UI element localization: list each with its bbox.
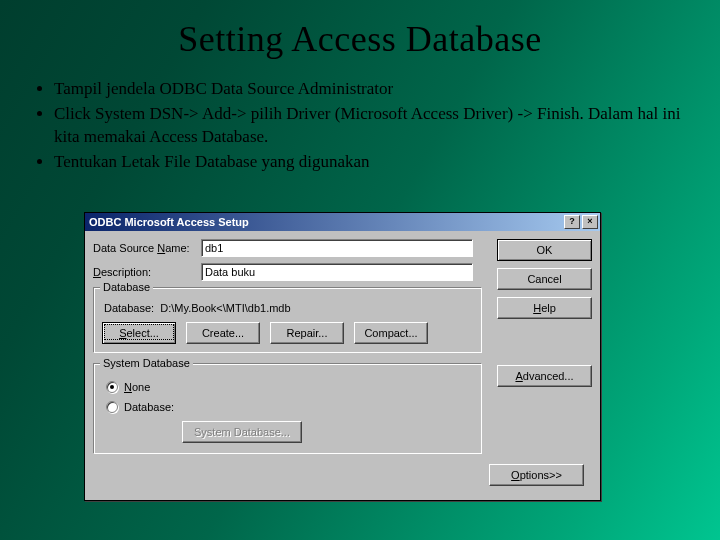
dsn-input[interactable] bbox=[201, 239, 473, 257]
bullet-list: Tampil jendela ODBC Data Source Administ… bbox=[54, 78, 690, 174]
radio-database-row[interactable]: Database: bbox=[106, 401, 473, 413]
slide-title: Setting Access Database bbox=[30, 18, 690, 60]
select-button[interactable]: Select... bbox=[102, 322, 176, 344]
bullet-item: Tentukan Letak File Database yang diguna… bbox=[54, 151, 690, 174]
system-database-button: System Database... bbox=[182, 421, 302, 443]
dialog-title: ODBC Microsoft Access Setup bbox=[89, 216, 562, 228]
cancel-button[interactable]: Cancel bbox=[497, 268, 592, 290]
database-groupbox: Database Database: D:\My.Book<\MTI\db1.m… bbox=[93, 287, 482, 353]
create-button[interactable]: Create... bbox=[186, 322, 260, 344]
odbc-access-setup-dialog: ODBC Microsoft Access Setup ? × Data Sou… bbox=[84, 212, 601, 501]
system-database-groupbox: System Database None Database: System Da… bbox=[93, 363, 482, 454]
ok-button[interactable]: OK bbox=[497, 239, 592, 261]
radio-database[interactable] bbox=[106, 401, 118, 413]
radio-none-label: None bbox=[124, 381, 150, 393]
close-icon[interactable]: × bbox=[582, 215, 598, 229]
advanced-button[interactable]: Advanced... bbox=[497, 365, 592, 387]
bullet-item: Tampil jendela ODBC Data Source Administ… bbox=[54, 78, 690, 101]
repair-button[interactable]: Repair... bbox=[270, 322, 344, 344]
radio-database-label: Database: bbox=[124, 401, 174, 413]
help-button[interactable]: Help bbox=[497, 297, 592, 319]
database-path: Database: D:\My.Book<\MTI\db1.mdb bbox=[104, 302, 473, 314]
compact-button[interactable]: Compact... bbox=[354, 322, 428, 344]
description-input[interactable] bbox=[201, 263, 473, 281]
sysdb-legend: System Database bbox=[100, 357, 193, 369]
dsn-label: Data Source Name: bbox=[93, 242, 201, 254]
options-button[interactable]: Options>> bbox=[489, 464, 584, 486]
bullet-item: Click System DSN-> Add-> pilih Driver (M… bbox=[54, 103, 690, 149]
help-icon[interactable]: ? bbox=[564, 215, 580, 229]
database-legend: Database bbox=[100, 281, 153, 293]
radio-none-row[interactable]: None bbox=[106, 381, 473, 393]
radio-none[interactable] bbox=[106, 381, 118, 393]
description-label: Description: bbox=[93, 266, 201, 278]
dialog-titlebar[interactable]: ODBC Microsoft Access Setup ? × bbox=[85, 213, 600, 231]
